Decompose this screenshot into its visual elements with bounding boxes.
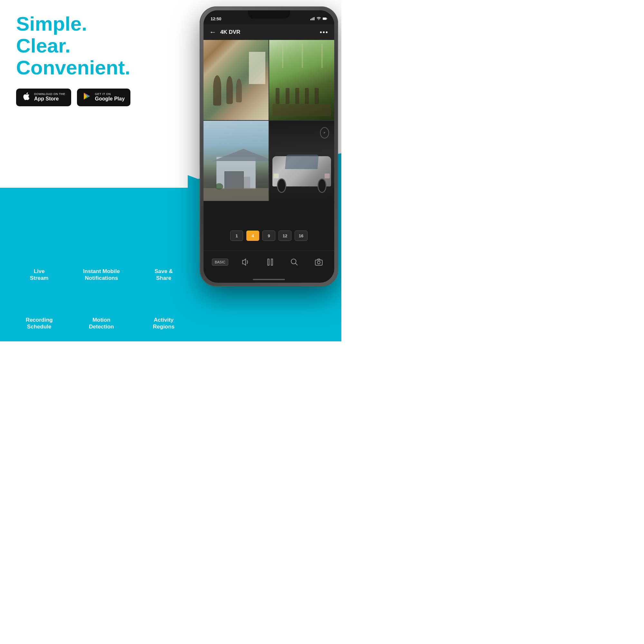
message-icon bbox=[90, 242, 113, 265]
wifi-icon bbox=[317, 17, 321, 21]
google-play-text: GET IT ON Google Play bbox=[95, 92, 125, 102]
feature-live-stream-label: LiveStream bbox=[30, 268, 49, 281]
svg-rect-31 bbox=[271, 259, 272, 265]
feature-recording-schedule: RecordingSchedule bbox=[10, 291, 69, 330]
headline-line1: Simple. bbox=[16, 13, 171, 35]
svg-rect-27 bbox=[323, 18, 326, 19]
app-store-button[interactable]: Download on the App Store bbox=[16, 89, 71, 106]
feature-motion-detection-label: MotionDetection bbox=[89, 317, 114, 330]
camera-grid: P bbox=[204, 40, 334, 201]
status-icons bbox=[310, 17, 327, 21]
app-toolbar: BASIC bbox=[204, 251, 334, 273]
channel-9-button[interactable]: 9 bbox=[262, 231, 275, 241]
feature-motion-detection: MotionDetection bbox=[72, 291, 131, 330]
feature-activity-regions-label: ActivityRegions bbox=[153, 317, 175, 330]
headline-line2: Clear. bbox=[16, 35, 171, 57]
app-store-small-label: Download on the bbox=[34, 92, 65, 96]
camera-4[interactable]: P bbox=[269, 121, 334, 201]
feature-activity-regions: ActivityRegions bbox=[134, 291, 193, 330]
signal-icon bbox=[310, 17, 315, 21]
headline: Simple. Clear. Convenient. bbox=[16, 13, 171, 79]
svg-line-33 bbox=[296, 263, 298, 265]
home-indicator bbox=[253, 279, 285, 280]
camera-icon bbox=[315, 258, 323, 266]
upload-icon bbox=[152, 242, 175, 265]
camera-1[interactable] bbox=[204, 40, 269, 120]
battery-icon bbox=[323, 17, 327, 21]
search-button[interactable] bbox=[287, 255, 301, 269]
svg-rect-23 bbox=[312, 18, 312, 20]
svg-rect-25 bbox=[314, 17, 315, 20]
google-play-button[interactable]: GET IT ON Google Play bbox=[77, 89, 130, 106]
feature-recording-schedule-label: RecordingSchedule bbox=[26, 317, 53, 330]
pause-icon bbox=[266, 258, 274, 266]
phone-notch bbox=[248, 10, 290, 19]
svg-rect-28 bbox=[327, 18, 327, 19]
svg-point-32 bbox=[291, 259, 296, 264]
store-buttons: Download on the App Store GET IT ON Goog… bbox=[16, 89, 171, 106]
left-content: Simple. Clear. Convenient. Download on t… bbox=[16, 13, 171, 106]
channel-selector: 1 4 9 12 16 bbox=[204, 227, 334, 244]
app-store-text: Download on the App Store bbox=[34, 92, 65, 102]
feature-live-stream: LiveStream bbox=[10, 242, 69, 281]
eye-icon bbox=[28, 242, 51, 265]
svg-rect-22 bbox=[310, 19, 311, 20]
speaker-icon bbox=[241, 258, 250, 266]
phone-mockup: 12:50 bbox=[200, 6, 338, 287]
app-title: 4K DVR bbox=[220, 29, 320, 35]
app-header: ← 4K DVR ••• bbox=[204, 24, 334, 40]
svg-point-1 bbox=[37, 252, 41, 256]
channel-16-button[interactable]: 16 bbox=[295, 231, 308, 241]
headline-line3: Convenient. bbox=[16, 57, 171, 79]
svg-rect-6 bbox=[32, 297, 47, 310]
speaker-button[interactable] bbox=[239, 255, 253, 269]
runner-icon bbox=[90, 291, 113, 314]
svg-rect-24 bbox=[313, 18, 313, 20]
svg-point-35 bbox=[317, 261, 320, 264]
feature-notifications-label: Instant MobileNotifications bbox=[83, 268, 120, 281]
phone-outer-shell: 12:50 bbox=[200, 6, 338, 287]
svg-marker-29 bbox=[242, 259, 246, 265]
back-button[interactable]: ← bbox=[209, 28, 216, 36]
calendar-icon bbox=[28, 291, 51, 314]
feature-instant-notifications: Instant MobileNotifications bbox=[72, 242, 131, 281]
channel-4-button[interactable]: 4 bbox=[246, 231, 259, 241]
basic-mode-label[interactable]: BASIC bbox=[212, 259, 228, 266]
camera-2[interactable] bbox=[269, 40, 334, 120]
search-icon bbox=[290, 258, 298, 266]
camera-3[interactable] bbox=[204, 121, 269, 201]
svg-point-5 bbox=[100, 256, 101, 257]
google-play-large-label: Google Play bbox=[95, 96, 125, 102]
menu-button[interactable]: ••• bbox=[320, 29, 328, 36]
google-play-icon bbox=[83, 92, 92, 103]
status-time: 12:50 bbox=[211, 16, 221, 21]
feature-save-share-label: Save &Share bbox=[155, 268, 173, 281]
svg-point-21 bbox=[162, 301, 165, 304]
snapshot-button[interactable] bbox=[312, 255, 326, 269]
app-store-large-label: App Store bbox=[34, 96, 65, 102]
svg-rect-30 bbox=[268, 259, 269, 265]
target-icon bbox=[152, 291, 175, 314]
phone-screen: 12:50 bbox=[204, 10, 334, 283]
svg-point-14 bbox=[102, 294, 106, 298]
feature-save-share: Save &Share bbox=[134, 242, 193, 281]
channel-12-button[interactable]: 12 bbox=[279, 231, 291, 241]
channel-1-button[interactable]: 1 bbox=[230, 231, 243, 241]
features-section: LiveStream Instant MobileNotifications bbox=[10, 242, 193, 330]
apple-icon bbox=[22, 92, 31, 103]
google-play-small-label: GET IT ON bbox=[95, 92, 125, 96]
pause-button[interactable] bbox=[263, 255, 277, 269]
svg-point-16 bbox=[159, 298, 168, 307]
